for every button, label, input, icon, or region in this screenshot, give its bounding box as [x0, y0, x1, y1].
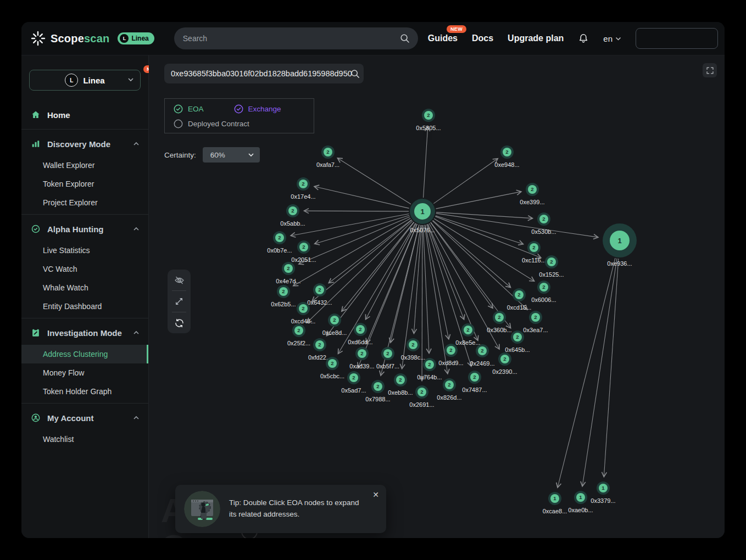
nav-guides[interactable]: Guides NEW	[428, 33, 458, 43]
chart-icon	[30, 138, 41, 149]
sidebar-item-live-statistics[interactable]: Live Statistics	[21, 241, 148, 260]
graph-node[interactable]: 20x645b...	[505, 331, 530, 353]
graph-node[interactable]: 20xe948...	[494, 145, 519, 168]
global-search[interactable]	[174, 27, 418, 49]
hide-labels-button[interactable]	[168, 270, 191, 290]
svg-text:1: 1	[420, 208, 424, 216]
graph-node[interactable]: 20x62b5...	[271, 285, 296, 307]
graph-node[interactable]: 20xfd22...	[308, 338, 331, 361]
sidebar-item-token-holder-graph[interactable]: Token Holder Graph	[21, 382, 148, 401]
node-address-label: 0x530b...	[531, 228, 556, 235]
node-address-label: 0x2051...	[291, 256, 316, 263]
graph-node[interactable]: 20x5abb...	[280, 204, 305, 227]
graph-node[interactable]: 20x6006...	[531, 281, 556, 303]
node-address-label: 0x1525...	[539, 271, 564, 278]
graph-node[interactable]: 20xb5f7...	[376, 347, 399, 369]
graph-node[interactable]: 20xc116...	[522, 241, 546, 264]
fullscreen-button[interactable]	[703, 63, 717, 77]
search-icon[interactable]	[350, 69, 360, 79]
node-address-label: 0xce8d...	[322, 329, 347, 336]
sidebar-item-entity-dashboard[interactable]: Entity Dashboard	[21, 297, 148, 316]
graph-node[interactable]: 20x360b...	[487, 311, 511, 333]
sidebar-item-address-clustering[interactable]: Address Clustering	[21, 345, 148, 363]
sidebar-item-wallet-explorer[interactable]: Wallet Explorer	[21, 156, 148, 175]
wallet-button[interactable]	[636, 28, 718, 49]
linea-logo-icon: L	[120, 34, 129, 43]
bell-icon[interactable]	[578, 33, 589, 44]
network-select[interactable]: L Linea NEW	[29, 70, 141, 91]
language-selector[interactable]: en	[603, 34, 621, 43]
graph-edge	[304, 211, 409, 211]
address-search-bar[interactable]	[164, 64, 364, 83]
graph-node[interactable]: 20x8e5e...	[455, 323, 480, 346]
sidebar-section-home[interactable]: Home	[21, 103, 148, 127]
graph-node[interactable]: 20xeb8b...	[388, 373, 413, 396]
graph-node[interactable]: 20x5805...	[416, 109, 441, 131]
node-address-label: 0xcae8...	[543, 508, 567, 514]
graph-node[interactable]: 20x0b7e...	[267, 231, 292, 254]
graph-node[interactable]: 20x826d...	[437, 378, 461, 401]
graph-node[interactable]: 20xad39...	[349, 347, 374, 369]
nav-docs[interactable]: Docs	[472, 33, 493, 43]
graph-node[interactable]: 20x7988...	[365, 380, 390, 402]
graph-edge	[604, 259, 618, 477]
graph-node[interactable]: 20x2691...	[409, 385, 434, 408]
address-input[interactable]	[164, 69, 364, 78]
sidebar-section-investigation-mode[interactable]: Investigation Mode	[21, 321, 148, 345]
graph-node[interactable]: 10x5076...	[410, 199, 435, 233]
graph-node[interactable]: 20x5ad7...	[341, 371, 366, 394]
graph-node[interactable]: 10xe936...	[603, 223, 637, 267]
graph-node[interactable]: 20x6432...	[307, 283, 332, 306]
sidebar-item-project-explorer[interactable]: Project Explorer	[21, 193, 148, 212]
node-address-label: 0x5076...	[410, 227, 435, 233]
sidebar-item-token-explorer[interactable]: Token Explorer	[21, 175, 148, 193]
app-title: Scopescan	[51, 32, 109, 45]
sidebar-section-alpha-hunting[interactable]: Alpha Hunting	[21, 217, 148, 241]
sidebar-item-whale-watch[interactable]: Whale Watch	[21, 278, 148, 297]
sidebar-item-money-flow[interactable]: Money Flow	[21, 363, 148, 382]
graph-node[interactable]: 10xae0b...	[568, 491, 593, 513]
global-search-input[interactable]	[182, 33, 399, 43]
graph-node[interactable]: 20x25f2...	[287, 324, 310, 346]
close-icon[interactable]: ✕	[372, 490, 379, 499]
graph-node[interactable]: 20x7487...	[462, 371, 487, 393]
sidebar-item-vc-watch[interactable]: VC Watch	[21, 260, 148, 278]
svg-text:2: 2	[359, 326, 361, 332]
graph-node[interactable]: 20x3ea7...	[523, 311, 548, 333]
legend-deployed-contract[interactable]: Deployed Contract	[174, 119, 249, 128]
node-address-label: 0x2469...	[470, 360, 494, 367]
legend-eoa[interactable]: EOA	[174, 104, 204, 114]
node-address-label: 0xae0b...	[568, 507, 593, 513]
nav-upgrade-plan[interactable]: Upgrade plan	[508, 33, 564, 43]
graph-node[interactable]: 20xafa7...	[316, 145, 339, 168]
svg-text:2: 2	[376, 383, 379, 389]
sidebar-item-watchlist[interactable]: Watchlist	[21, 430, 148, 449]
graph-node[interactable]: 10xcae8...	[543, 492, 567, 514]
fit-view-button[interactable]	[168, 291, 191, 312]
svg-text:1: 1	[602, 485, 605, 491]
graph-node[interactable]: 20xd8d9...	[438, 344, 463, 366]
graph-node[interactable]: 20xce8d...	[322, 313, 347, 336]
graph-node[interactable]: 20xcd15...	[507, 288, 532, 311]
refresh-button[interactable]	[168, 312, 191, 333]
sidebar-section-my-account[interactable]: My Account	[21, 406, 148, 430]
target-icon	[30, 223, 41, 234]
certainty-select[interactable]: 60%	[203, 147, 260, 163]
graph-node[interactable]: 20x4e7d...	[276, 262, 300, 284]
svg-text:2: 2	[473, 374, 476, 380]
graph-node[interactable]: 20x530b...	[531, 212, 556, 235]
graph-node[interactable]: 20x2469...	[470, 344, 494, 367]
svg-text:2: 2	[517, 292, 520, 298]
graph-node[interactable]: 10x3379...	[591, 481, 615, 504]
node-address-label: 0x5ad7...	[341, 387, 366, 394]
graph-node[interactable]: 20x17e4...	[291, 177, 315, 200]
node-address-label: 0x5cbc...	[320, 373, 344, 379]
logo[interactable]: Scopescan L Linea	[30, 31, 154, 46]
graph-node[interactable]: 20xe399...	[520, 183, 544, 205]
graph-node[interactable]: 20x2390...	[492, 352, 517, 375]
legend-exchange[interactable]: Exchange	[234, 104, 281, 114]
graph-node[interactable]: 20xd6dd...	[348, 323, 372, 345]
sidebar-section-discovery-mode[interactable]: Discovery Mode	[21, 132, 148, 156]
graph-node[interactable]: 20x2051...	[291, 240, 316, 263]
chevron-up-icon	[133, 227, 140, 231]
